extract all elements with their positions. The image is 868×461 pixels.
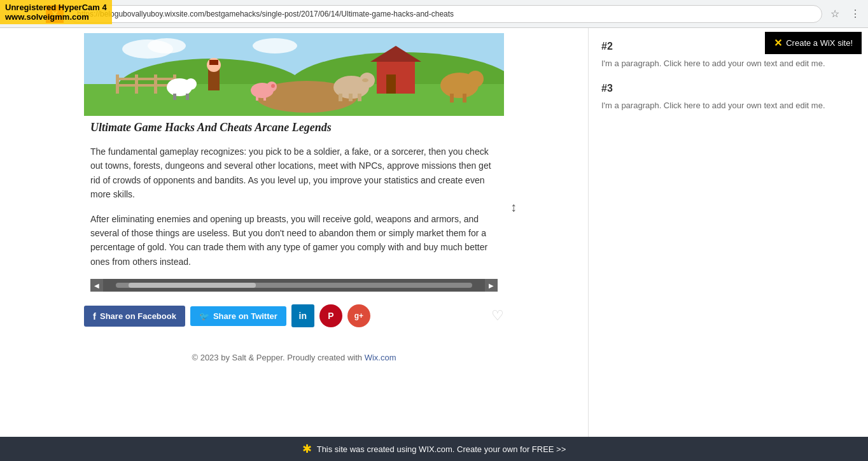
farm-banner-image — [84, 33, 504, 116]
svg-rect-28 — [349, 94, 353, 101]
create-wix-label: Create a WiX site! — [786, 38, 853, 48]
close-button[interactable]: ✕ — [46, 5, 64, 23]
main-content: Ultimate Game Hacks And Cheats Arcane Le… — [0, 28, 588, 461]
window-controls: ─ □ ✕ — [5, 5, 64, 23]
pinterest-share-button[interactable]: P — [319, 304, 342, 327]
svg-rect-36 — [450, 94, 454, 103]
twitter-share-button[interactable]: 🐦 Share on Twitter — [190, 306, 286, 326]
facebook-icon: f — [93, 311, 96, 322]
pinterest-icon: P — [328, 311, 333, 321]
maximize-button[interactable]: □ — [25, 5, 43, 23]
svg-point-2 — [148, 38, 186, 53]
googleplus-share-button[interactable]: g+ — [347, 304, 370, 327]
create-wix-site-button[interactable]: ✕ Create a WiX site! — [765, 32, 862, 54]
scroll-left-arrow[interactable]: ◀ — [90, 279, 103, 292]
wix-logo-icon: ✕ — [774, 37, 782, 49]
scroll-right-arrow[interactable]: ▶ — [485, 279, 498, 292]
svg-point-31 — [362, 78, 368, 82]
svg-rect-16 — [386, 74, 396, 94]
svg-rect-24 — [256, 96, 258, 101]
wix-bottom-bar: ✱ This site was created using WIX.com. C… — [0, 437, 868, 461]
sidebar-text-3[interactable]: I'm a paragraph. Click here to add your … — [601, 99, 855, 112]
article-title: Ultimate Game Hacks And Cheats Arcane Le… — [90, 121, 498, 134]
svg-point-20 — [185, 78, 197, 90]
sidebar-item-3[interactable]: #3 I'm a paragraph. Click here to add yo… — [601, 83, 855, 112]
svg-rect-37 — [463, 94, 466, 103]
wix-bar-logo: ✱ — [302, 442, 312, 456]
svg-rect-19 — [186, 94, 189, 100]
minimize-button[interactable]: ─ — [5, 5, 23, 23]
linkedin-icon: in — [299, 311, 307, 321]
googleplus-icon: g+ — [354, 311, 363, 320]
svg-point-3 — [253, 38, 297, 53]
svg-point-38 — [467, 71, 484, 87]
wix-footer-link[interactable]: Wix.com — [365, 353, 396, 362]
browser-chrome: ─ □ ✕ https://belogubovallyuboy.wixsite.… — [0, 0, 868, 28]
cursor-icon: ↕ — [510, 200, 517, 215]
wix-bar-text[interactable]: This site was created using WIX.com. Cre… — [317, 444, 566, 454]
url-text: https://belogubovallyuboy.wixsite.com/be… — [77, 10, 454, 18]
article-paragraph-2: After eliminating enemies and opening up… — [90, 212, 498, 269]
page-footer: © 2023 by Salt & Pepper. Proudly created… — [0, 340, 588, 375]
bookmark-icon[interactable]: ☆ — [827, 6, 843, 22]
scroll-thumb[interactable] — [129, 283, 256, 288]
social-share-section: f Share on Facebook 🐦 Share on Twitter i… — [84, 292, 504, 340]
article-body: The fundamental gameplay recognizes: you… — [90, 145, 498, 269]
like-button[interactable]: ♡ — [491, 308, 504, 324]
browser-menu-icon[interactable]: ⋮ — [848, 6, 863, 22]
twitter-icon: 🐦 — [199, 311, 209, 321]
farm-svg — [84, 33, 504, 116]
svg-point-23 — [271, 84, 275, 88]
twitter-label: Share on Twitter — [213, 311, 277, 321]
svg-rect-27 — [339, 94, 342, 101]
svg-rect-29 — [358, 94, 361, 101]
svg-rect-18 — [173, 94, 176, 100]
facebook-label: Share on Facebook — [100, 311, 176, 321]
sidebar-heading-3: #3 — [601, 83, 855, 94]
linkedin-share-button[interactable]: in — [291, 304, 314, 327]
horizontal-scrollbar[interactable]: ◀ ▶ — [90, 279, 498, 292]
address-bar[interactable]: https://belogubovallyuboy.wixsite.com/be… — [69, 5, 822, 23]
facebook-share-button[interactable]: f Share on Facebook — [84, 306, 185, 327]
page-layout: Ultimate Game Hacks And Cheats Arcane Le… — [0, 28, 868, 461]
copyright-text: © 2023 by Salt & Pepper. Proudly created… — [192, 353, 362, 362]
svg-rect-25 — [263, 96, 266, 101]
sidebar-text-2[interactable]: I'm a paragraph. Click here to add your … — [601, 57, 855, 70]
heart-icon: ♡ — [491, 308, 504, 323]
svg-rect-34 — [209, 60, 218, 65]
article-scroll-area[interactable]: Ultimate Game Hacks And Cheats Arcane Le… — [90, 121, 498, 279]
article-paragraph-1: The fundamental gameplay recognizes: you… — [90, 145, 498, 202]
scroll-track[interactable] — [116, 283, 472, 288]
svg-rect-12 — [116, 78, 176, 80]
sidebar: #2 I'm a paragraph. Click here to add yo… — [588, 28, 868, 461]
